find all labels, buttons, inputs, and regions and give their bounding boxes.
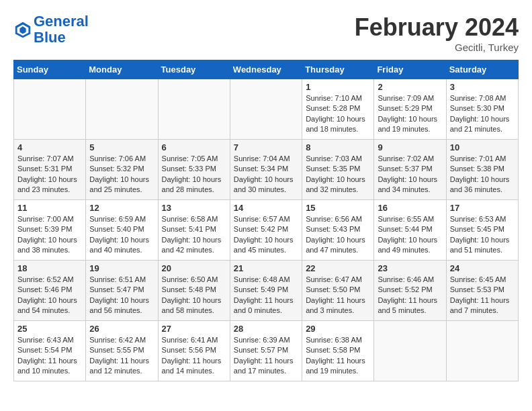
- day-info: Sunrise: 6:43 AM Sunset: 5:54 PM Dayligh…: [17, 335, 82, 377]
- calendar-cell: 1Sunrise: 7:10 AM Sunset: 5:28 PM Daylig…: [302, 79, 374, 140]
- calendar-cell: [14, 79, 86, 140]
- day-info: Sunrise: 7:06 AM Sunset: 5:32 PM Dayligh…: [89, 154, 154, 195]
- calendar-cell: 13Sunrise: 6:58 AM Sunset: 5:41 PM Dayli…: [158, 200, 230, 261]
- day-number: 15: [306, 203, 370, 213]
- day-info: Sunrise: 6:47 AM Sunset: 5:50 PM Dayligh…: [306, 275, 370, 316]
- day-number: 22: [306, 263, 370, 273]
- calendar-cell: 21Sunrise: 6:48 AM Sunset: 5:49 PM Dayli…: [230, 261, 302, 321]
- day-info: Sunrise: 6:55 AM Sunset: 5:44 PM Dayligh…: [378, 214, 442, 256]
- week-row-4: 18Sunrise: 6:52 AM Sunset: 5:46 PM Dayli…: [14, 261, 519, 321]
- day-info: Sunrise: 6:59 AM Sunset: 5:40 PM Dayligh…: [89, 214, 154, 256]
- day-number: 18: [17, 263, 82, 273]
- day-number: 4: [17, 142, 82, 152]
- week-row-1: 1Sunrise: 7:10 AM Sunset: 5:28 PM Daylig…: [14, 79, 519, 140]
- col-header-sunday: Sunday: [14, 60, 86, 79]
- day-number: 23: [378, 263, 442, 273]
- day-number: 28: [234, 324, 298, 334]
- day-number: 1: [306, 82, 370, 92]
- title-block: February 2024 Gecitli, Turkey: [355, 13, 519, 53]
- day-number: 10: [450, 142, 515, 152]
- calendar-cell: 7Sunrise: 7:04 AM Sunset: 5:34 PM Daylig…: [230, 140, 302, 200]
- day-info: Sunrise: 6:45 AM Sunset: 5:53 PM Dayligh…: [450, 275, 515, 316]
- day-info: Sunrise: 7:02 AM Sunset: 5:37 PM Dayligh…: [378, 154, 442, 195]
- calendar-cell: 11Sunrise: 7:00 AM Sunset: 5:39 PM Dayli…: [14, 200, 86, 261]
- calendar-cell: [446, 321, 518, 381]
- calendar-cell: 6Sunrise: 7:05 AM Sunset: 5:33 PM Daylig…: [158, 140, 230, 200]
- calendar-table: SundayMondayTuesdayWednesdayThursdayFrid…: [13, 60, 519, 381]
- day-number: 25: [17, 324, 82, 334]
- day-info: Sunrise: 6:50 AM Sunset: 5:48 PM Dayligh…: [162, 275, 226, 316]
- week-row-5: 25Sunrise: 6:43 AM Sunset: 5:54 PM Dayli…: [14, 321, 519, 381]
- day-number: 11: [17, 203, 82, 213]
- col-header-friday: Friday: [374, 60, 446, 79]
- day-number: 16: [378, 203, 442, 213]
- day-info: Sunrise: 6:41 AM Sunset: 5:56 PM Dayligh…: [162, 335, 226, 377]
- calendar-cell: [86, 79, 158, 140]
- calendar-header-row: SundayMondayTuesdayWednesdayThursdayFrid…: [14, 60, 519, 79]
- day-info: Sunrise: 6:42 AM Sunset: 5:55 PM Dayligh…: [89, 335, 154, 377]
- day-number: 17: [450, 203, 515, 213]
- day-info: Sunrise: 7:05 AM Sunset: 5:33 PM Dayligh…: [162, 154, 226, 195]
- calendar-cell: 19Sunrise: 6:51 AM Sunset: 5:47 PM Dayli…: [86, 261, 158, 321]
- location: Gecitli, Turkey: [355, 42, 519, 53]
- day-info: Sunrise: 6:58 AM Sunset: 5:41 PM Dayligh…: [162, 214, 226, 256]
- calendar-cell: 25Sunrise: 6:43 AM Sunset: 5:54 PM Dayli…: [14, 321, 86, 381]
- calendar-cell: [230, 79, 302, 140]
- day-number: 6: [162, 142, 226, 152]
- day-number: 12: [89, 203, 154, 213]
- week-row-3: 11Sunrise: 7:00 AM Sunset: 5:39 PM Dayli…: [14, 200, 519, 261]
- calendar-cell: 14Sunrise: 6:57 AM Sunset: 5:42 PM Dayli…: [230, 200, 302, 261]
- day-info: Sunrise: 6:57 AM Sunset: 5:42 PM Dayligh…: [234, 214, 298, 256]
- day-number: 27: [162, 324, 226, 334]
- day-number: 3: [450, 82, 515, 92]
- day-number: 19: [89, 263, 154, 273]
- logo-icon: [13, 20, 32, 39]
- month-title: February 2024: [355, 13, 519, 42]
- day-info: Sunrise: 7:00 AM Sunset: 5:39 PM Dayligh…: [17, 214, 82, 256]
- calendar-cell: 29Sunrise: 6:38 AM Sunset: 5:58 PM Dayli…: [302, 321, 374, 381]
- day-info: Sunrise: 6:48 AM Sunset: 5:49 PM Dayligh…: [234, 275, 298, 316]
- day-info: Sunrise: 6:53 AM Sunset: 5:45 PM Dayligh…: [450, 214, 515, 256]
- day-number: 8: [306, 142, 370, 152]
- calendar-cell: 17Sunrise: 6:53 AM Sunset: 5:45 PM Dayli…: [446, 200, 518, 261]
- day-number: 9: [378, 142, 442, 152]
- calendar-cell: 20Sunrise: 6:50 AM Sunset: 5:48 PM Dayli…: [158, 261, 230, 321]
- calendar-cell: 24Sunrise: 6:45 AM Sunset: 5:53 PM Dayli…: [446, 261, 518, 321]
- day-info: Sunrise: 7:03 AM Sunset: 5:35 PM Dayligh…: [306, 154, 370, 195]
- day-number: 5: [89, 142, 154, 152]
- day-info: Sunrise: 7:09 AM Sunset: 5:29 PM Dayligh…: [378, 93, 442, 135]
- day-number: 21: [234, 263, 298, 273]
- day-number: 13: [162, 203, 226, 213]
- logo: General Blue: [13, 13, 89, 46]
- logo-line1: General: [34, 13, 89, 30]
- day-number: 7: [234, 142, 298, 152]
- calendar-cell: 10Sunrise: 7:01 AM Sunset: 5:38 PM Dayli…: [446, 140, 518, 200]
- calendar-cell: 12Sunrise: 6:59 AM Sunset: 5:40 PM Dayli…: [86, 200, 158, 261]
- col-header-tuesday: Tuesday: [158, 60, 230, 79]
- calendar-cell: 18Sunrise: 6:52 AM Sunset: 5:46 PM Dayli…: [14, 261, 86, 321]
- col-header-saturday: Saturday: [446, 60, 518, 79]
- calendar-cell: [158, 79, 230, 140]
- day-info: Sunrise: 7:08 AM Sunset: 5:30 PM Dayligh…: [450, 93, 515, 135]
- day-number: 24: [450, 263, 515, 273]
- day-info: Sunrise: 6:38 AM Sunset: 5:58 PM Dayligh…: [306, 335, 370, 377]
- col-header-wednesday: Wednesday: [230, 60, 302, 79]
- calendar-cell: 3Sunrise: 7:08 AM Sunset: 5:30 PM Daylig…: [446, 79, 518, 140]
- calendar-cell: 27Sunrise: 6:41 AM Sunset: 5:56 PM Dayli…: [158, 321, 230, 381]
- day-info: Sunrise: 6:39 AM Sunset: 5:57 PM Dayligh…: [234, 335, 298, 377]
- day-info: Sunrise: 6:46 AM Sunset: 5:52 PM Dayligh…: [378, 275, 442, 316]
- day-info: Sunrise: 6:56 AM Sunset: 5:43 PM Dayligh…: [306, 214, 370, 256]
- calendar-cell: 2Sunrise: 7:09 AM Sunset: 5:29 PM Daylig…: [374, 79, 446, 140]
- day-info: Sunrise: 7:04 AM Sunset: 5:34 PM Dayligh…: [234, 154, 298, 195]
- day-info: Sunrise: 7:07 AM Sunset: 5:31 PM Dayligh…: [17, 154, 82, 195]
- calendar-cell: 22Sunrise: 6:47 AM Sunset: 5:50 PM Dayli…: [302, 261, 374, 321]
- day-info: Sunrise: 6:51 AM Sunset: 5:47 PM Dayligh…: [89, 275, 154, 316]
- col-header-monday: Monday: [86, 60, 158, 79]
- calendar-cell: 28Sunrise: 6:39 AM Sunset: 5:57 PM Dayli…: [230, 321, 302, 381]
- logo-text: General Blue: [34, 13, 89, 46]
- calendar-cell: 5Sunrise: 7:06 AM Sunset: 5:32 PM Daylig…: [86, 140, 158, 200]
- page-header: General Blue February 2024 Gecitli, Turk…: [13, 13, 519, 53]
- day-number: 26: [89, 324, 154, 334]
- calendar-cell: 23Sunrise: 6:46 AM Sunset: 5:52 PM Dayli…: [374, 261, 446, 321]
- day-number: 29: [306, 324, 370, 334]
